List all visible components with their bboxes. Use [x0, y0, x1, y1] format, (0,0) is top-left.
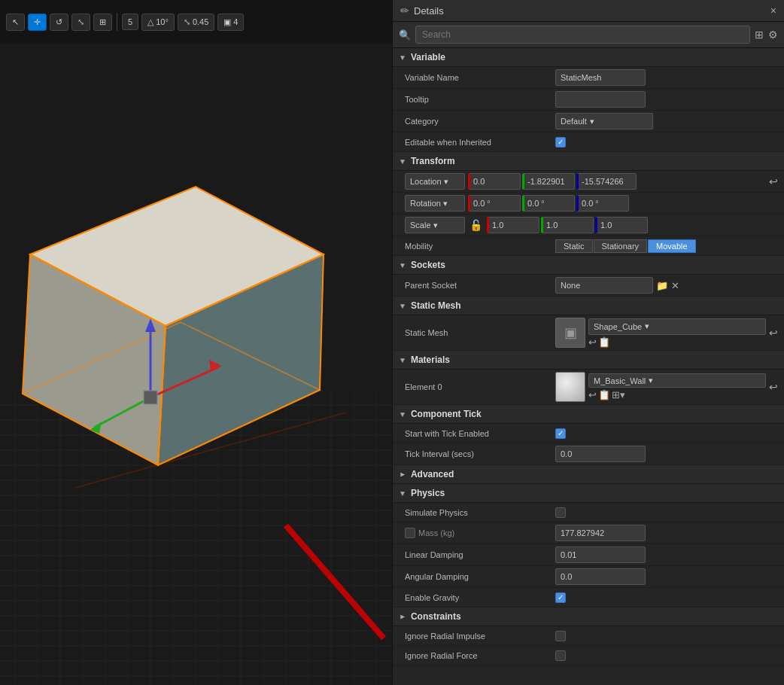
section-materials-title: Materials	[411, 355, 450, 365]
details-close-btn[interactable]: ×	[770, 5, 776, 17]
section-materials-header[interactable]: ▼ Materials	[393, 351, 784, 370]
static-mesh-dropdown[interactable]: Shape_Cube ▾	[588, 318, 766, 335]
category-row: Category Default ▾	[393, 111, 784, 132]
angular-damping-value	[555, 568, 778, 585]
pencil-icon: ✏	[400, 5, 409, 17]
select-tool-btn[interactable]: ↖	[6, 14, 25, 31]
rotation-z-input[interactable]	[576, 195, 629, 212]
section-physics-header[interactable]: ▼ Physics	[393, 484, 784, 503]
location-z-input[interactable]	[576, 173, 637, 190]
material-reset-btn[interactable]: ↩	[769, 381, 778, 393]
rotate-tool-btn[interactable]: ↺	[50, 14, 68, 31]
linear-damping-value	[555, 546, 778, 563]
location-arrow-icon: ▾	[444, 177, 448, 187]
material-browse-btn[interactable]: ↩	[588, 389, 597, 400]
material-extra-btn[interactable]: ⊞▾	[612, 389, 625, 400]
ignore-radial-force-checkbox[interactable]	[555, 650, 566, 661]
location-x-input[interactable]	[468, 173, 521, 190]
details-title: Details	[414, 5, 444, 17]
rotation-x-input[interactable]	[468, 195, 521, 212]
mobility-row: Mobility Static Stationary Movable	[393, 236, 784, 256]
toolbar: ↖ ✛ ↺ ⤡ ⊞ 5 △ 10° ⤡ 0.45 ▣ 4	[0, 0, 392, 44]
location-dropdown-btn[interactable]: Location ▾	[405, 173, 465, 190]
component-tick-arrow-icon: ▼	[399, 410, 406, 419]
location-inputs	[468, 173, 766, 190]
ignore-radial-impulse-value	[555, 631, 778, 641]
static-mesh-row: Static Mesh ▣ Shape_Cube ▾ ↩ 📋 ↩	[393, 315, 784, 351]
section-physics-title: Physics	[411, 488, 445, 498]
table-view-btn[interactable]: ⊞	[755, 29, 764, 41]
ignore-radial-impulse-checkbox[interactable]	[555, 631, 566, 641]
static-mesh-browse-btn[interactable]: ↩	[588, 336, 597, 348]
filter-btn[interactable]: ⚙	[768, 29, 778, 41]
location-reset-btn[interactable]: ↩	[769, 175, 778, 187]
socket-clear-btn[interactable]: ✕	[671, 280, 679, 291]
mass-override-checkbox[interactable]	[405, 528, 415, 538]
editable-row: Editable when Inherited	[393, 132, 784, 152]
ignore-radial-impulse-row: Ignore Radial Impulse	[393, 626, 784, 646]
angle10-btn[interactable]: △ 10°	[141, 14, 175, 31]
section-advanced-header[interactable]: ▼ Advanced	[393, 465, 784, 484]
variable-name-input[interactable]	[555, 69, 646, 86]
location-row: Location ▾ ↩	[393, 171, 784, 193]
variable-name-value	[555, 69, 778, 86]
section-component-tick-header[interactable]: ▼ Component Tick	[393, 405, 784, 424]
location-y-input[interactable]	[522, 173, 575, 190]
search-icon: 🔍	[399, 29, 411, 41]
rotation-label: Rotation	[410, 199, 441, 208]
rotation-arrow-icon: ▾	[443, 199, 448, 209]
start-tick-checkbox[interactable]	[555, 428, 566, 439]
rotation-inputs	[468, 195, 778, 212]
scale-z-input[interactable]	[595, 217, 648, 233]
search-input[interactable]	[415, 26, 750, 44]
tooltip-input[interactable]	[555, 91, 646, 108]
scale-lock-btn[interactable]: 🔓	[469, 219, 482, 231]
mobility-movable-btn[interactable]: Movable	[648, 239, 696, 253]
start-tick-value	[555, 428, 778, 439]
material-thumbnail	[555, 372, 585, 402]
section-constraints-header[interactable]: ▼ Constraints	[393, 607, 784, 626]
search-bar: 🔍 ⊞ ⚙	[393, 22, 784, 48]
material-copy-btn[interactable]: 📋	[598, 389, 610, 400]
linear-damping-input[interactable]	[555, 546, 646, 563]
mass-value	[555, 525, 778, 541]
advanced-arrow-icon: ▼	[398, 470, 406, 478]
mobility-static-btn[interactable]: Static	[555, 239, 593, 253]
mobility-stationary-btn[interactable]: Stationary	[594, 239, 648, 253]
static-mesh-reset-btn[interactable]: ↩	[769, 327, 778, 339]
static-mesh-controls: ↩ 📋	[588, 336, 766, 348]
section-static-mesh-header[interactable]: ▼ Static Mesh	[393, 297, 784, 315]
editable-checkbox[interactable]	[555, 137, 566, 148]
scene-viewport[interactable]	[0, 44, 392, 685]
variable-name-label: Variable Name	[405, 73, 555, 82]
socket-browse-btn[interactable]: 📁	[656, 280, 668, 291]
static-mesh-copy-btn[interactable]: 📋	[598, 336, 610, 348]
angular-damping-input[interactable]	[555, 568, 646, 585]
transform-tool-btn[interactable]: ⊞	[93, 14, 112, 31]
material-dropdown-arrow: ▾	[649, 376, 653, 385]
scale-tool-btn[interactable]: ⤡	[71, 14, 90, 31]
mobility-group: Static Stationary Movable	[555, 239, 696, 253]
move-tool-btn[interactable]: ✛	[28, 14, 47, 31]
section-sockets-header[interactable]: ▼ Sockets	[393, 256, 784, 275]
cam4-btn[interactable]: ▣ 4	[217, 14, 244, 31]
material-dropdown[interactable]: M_Basic_Wall ▾	[588, 373, 766, 388]
rotation-y-input[interactable]	[522, 195, 575, 212]
section-transform-header[interactable]: ▼ Transform	[393, 152, 784, 171]
scale045-btn[interactable]: ⤡ 0.45	[178, 14, 214, 31]
category-dropdown[interactable]: Default ▾	[555, 113, 653, 129]
simulate-physics-checkbox[interactable]	[555, 507, 566, 518]
mass-input[interactable]	[555, 525, 646, 541]
snap5-btn[interactable]: 5	[122, 14, 138, 30]
section-variable-header[interactable]: ▼ Variable	[393, 48, 784, 67]
scale-dropdown-btn[interactable]: Scale ▾	[405, 217, 465, 233]
rotation-dropdown-btn[interactable]: Rotation ▾	[405, 195, 465, 212]
tick-interval-value	[555, 446, 778, 462]
enable-gravity-checkbox[interactable]	[555, 592, 566, 603]
tick-interval-input[interactable]	[555, 446, 646, 462]
parent-socket-input[interactable]	[555, 277, 653, 294]
scale-y-input[interactable]	[541, 217, 594, 233]
section-component-tick-title: Component Tick	[411, 409, 482, 419]
scale-x-input[interactable]	[487, 217, 539, 233]
material-controls: ↩ 📋 ⊞▾	[588, 389, 766, 400]
